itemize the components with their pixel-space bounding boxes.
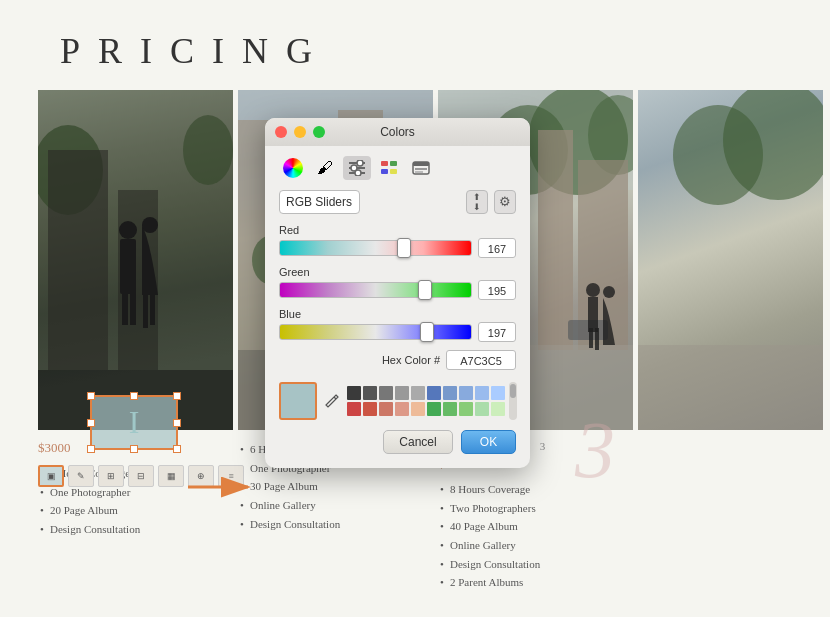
- blue-value[interactable]: 197: [478, 322, 516, 342]
- dialog-body: 🖌: [265, 146, 530, 468]
- resize-handle-tc[interactable]: [130, 392, 138, 400]
- list-item: Design Consultation: [38, 520, 223, 539]
- resize-handle-tl[interactable]: [87, 392, 95, 400]
- swatch[interactable]: [395, 402, 409, 416]
- arrow: [188, 472, 258, 502]
- svg-point-46: [355, 170, 361, 176]
- resize-handle-ml[interactable]: [87, 419, 95, 427]
- swatch[interactable]: [379, 386, 393, 400]
- green-slider-track-wrap: 195: [279, 280, 516, 300]
- maximize-button[interactable]: [313, 126, 325, 138]
- blue-slider-track[interactable]: [279, 324, 472, 340]
- image-picker-icon[interactable]: [407, 156, 435, 180]
- swatch[interactable]: [427, 386, 441, 400]
- red-slider-track[interactable]: [279, 240, 472, 256]
- toolbar-btn-3[interactable]: ⊟: [128, 465, 154, 487]
- scroll-thumb[interactable]: [510, 384, 516, 398]
- svg-rect-4: [48, 150, 108, 370]
- swatch[interactable]: [363, 402, 377, 416]
- swatches-scrollbar[interactable]: [509, 382, 517, 420]
- page-title: PRICING: [60, 30, 330, 72]
- toolbar-btn-1[interactable]: ✎: [68, 465, 94, 487]
- palette-icon[interactable]: [375, 156, 403, 180]
- svg-rect-50: [390, 169, 397, 174]
- swatch[interactable]: [443, 386, 457, 400]
- picker-icons: 🖌: [279, 156, 516, 180]
- swatch[interactable]: [347, 402, 361, 416]
- swatch[interactable]: [395, 386, 409, 400]
- resize-handle-br[interactable]: [173, 445, 181, 453]
- toolbar-btn-4[interactable]: ▦: [158, 465, 184, 487]
- swatch[interactable]: [459, 386, 473, 400]
- red-value[interactable]: 167: [478, 238, 516, 258]
- close-button[interactable]: [275, 126, 287, 138]
- toolbar-btn-2[interactable]: ⊞: [98, 465, 124, 487]
- swatch[interactable]: [411, 402, 425, 416]
- package-3-list: 8 Hours Coverage Two Photographers 40 Pa…: [438, 480, 633, 592]
- green-label: Green: [279, 266, 516, 278]
- swatch[interactable]: [443, 402, 457, 416]
- list-item: 20 Page Album: [38, 501, 223, 520]
- svg-rect-11: [143, 290, 148, 328]
- svg-line-55: [334, 397, 336, 399]
- photo-column-4: [638, 90, 823, 430]
- resize-handle-bc[interactable]: [130, 445, 138, 453]
- dropdown-arrow-btn[interactable]: ⬆⬇: [466, 190, 488, 214]
- red-slider-row: Red 167: [279, 224, 516, 258]
- hex-input[interactable]: A7C3C5: [446, 350, 516, 370]
- green-value[interactable]: 195: [478, 280, 516, 300]
- svg-point-3: [183, 115, 233, 185]
- svg-rect-12: [150, 290, 155, 325]
- sliders-icon[interactable]: [343, 156, 371, 180]
- mode-dropdown[interactable]: RGB Sliders: [279, 190, 360, 214]
- svg-rect-27: [538, 130, 573, 350]
- toolbar-btn-0[interactable]: ▣: [38, 465, 64, 487]
- svg-rect-7: [120, 239, 136, 294]
- swatch[interactable]: [491, 386, 505, 400]
- color-wheel-icon[interactable]: [279, 156, 307, 180]
- red-slider-thumb[interactable]: [397, 238, 411, 258]
- swatch[interactable]: [459, 402, 473, 416]
- dialog-buttons: Cancel OK: [279, 430, 516, 454]
- green-slider-track[interactable]: [279, 282, 472, 298]
- minimize-button[interactable]: [294, 126, 306, 138]
- swatch[interactable]: [363, 386, 377, 400]
- svg-rect-32: [588, 297, 598, 332]
- swatch[interactable]: [475, 386, 489, 400]
- crayon-icon[interactable]: 🖌: [311, 156, 339, 180]
- resize-handle-mr[interactable]: [173, 419, 181, 427]
- swatch[interactable]: [379, 402, 393, 416]
- blue-slider-thumb[interactable]: [420, 322, 434, 342]
- dialog-titlebar: Colors: [265, 118, 530, 146]
- cancel-button[interactable]: Cancel: [383, 430, 453, 454]
- color-dialog: Colors 🖌: [265, 118, 530, 468]
- mode-selector-row: RGB Sliders ⬆⬇ ⚙: [279, 190, 516, 214]
- red-label: Red: [279, 224, 516, 236]
- swatch[interactable]: [347, 386, 361, 400]
- resize-handle-tr[interactable]: [173, 392, 181, 400]
- swatch[interactable]: [475, 402, 489, 416]
- svg-rect-54: [415, 171, 423, 173]
- list-item: 8 Hours Coverage: [438, 480, 633, 499]
- svg-point-35: [603, 286, 615, 298]
- svg-rect-9: [130, 290, 136, 325]
- selected-text-box[interactable]: I: [90, 395, 178, 450]
- svg-rect-33: [589, 328, 593, 348]
- green-slider-thumb[interactable]: [418, 280, 432, 300]
- svg-point-44: [357, 160, 363, 166]
- resize-handle-bl[interactable]: [87, 445, 95, 453]
- dialog-title: Colors: [380, 125, 415, 139]
- eyedropper-button[interactable]: [321, 390, 343, 412]
- gear-button[interactable]: ⚙: [494, 190, 516, 214]
- swatch[interactable]: [491, 402, 505, 416]
- swatch[interactable]: [411, 386, 425, 400]
- green-slider-row: Green 195: [279, 266, 516, 300]
- list-item: Design Consultation: [438, 555, 633, 574]
- color-swatches-grid: [347, 386, 505, 416]
- svg-rect-48: [390, 161, 397, 166]
- list-item: Two Photographers: [438, 499, 633, 518]
- list-item: Online Gallery: [238, 496, 433, 515]
- swatch[interactable]: [427, 402, 441, 416]
- ok-button[interactable]: OK: [461, 430, 516, 454]
- svg-point-31: [586, 283, 600, 297]
